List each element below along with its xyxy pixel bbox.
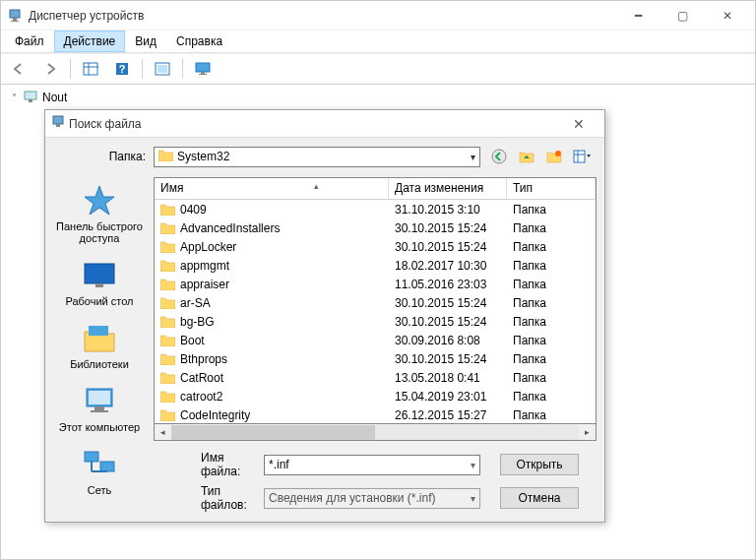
cancel-button[interactable]: Отмена — [500, 487, 579, 509]
sidebar-libraries[interactable]: Библиотеки — [45, 321, 154, 370]
network-icon — [82, 447, 117, 482]
close-button[interactable]: ✕ — [705, 2, 749, 30]
file-listview[interactable]: Имя▴ Дата изменения Тип 040931.10.2015 3… — [154, 177, 597, 424]
horizontal-scrollbar[interactable]: ◂ ▸ — [154, 424, 597, 441]
svg-rect-10 — [196, 63, 210, 72]
list-item[interactable]: appraiser11.05.2016 23:03Папка — [155, 275, 596, 293]
item-date: 26.12.2015 15:27 — [389, 408, 507, 422]
item-type: Папка — [507, 221, 596, 235]
item-name: Bthprops — [180, 352, 227, 366]
folder-combobox[interactable]: System32 ▾ — [154, 147, 480, 167]
svg-rect-27 — [94, 406, 104, 410]
list-item[interactable]: CatRoot13.05.2018 0:41Папка — [155, 368, 596, 387]
item-date: 30.10.2015 15:24 — [389, 240, 507, 254]
device-tree[interactable]: ˅ Nout — [1, 85, 755, 110]
scan-hardware-button[interactable] — [151, 57, 174, 81]
list-item[interactable]: catroot215.04.2019 23:01Папка — [155, 387, 596, 405]
dialog-close-button[interactable]: ✕ — [559, 112, 598, 136]
sidebar-label: Библиотеки — [70, 358, 129, 370]
folder-icon — [160, 278, 176, 291]
item-date: 15.04.2019 23:01 — [389, 390, 507, 404]
list-item[interactable]: AdvancedInstallers30.10.2015 15:24Папка — [155, 218, 596, 237]
tree-root-item[interactable]: ˅ Nout — [9, 89, 747, 106]
list-item[interactable]: appmgmt18.02.2017 10:30Папка — [155, 256, 596, 275]
folder-selector-row: Папка: System32 ▾ — [45, 138, 604, 173]
item-name: AppLocker — [180, 240, 236, 254]
item-name: 0409 — [180, 203, 207, 217]
view-menu-button[interactable] — [571, 146, 593, 167]
sidebar-label: Рабочий стол — [65, 295, 133, 307]
help-button[interactable]: ? — [110, 57, 134, 81]
item-type: Папка — [507, 371, 596, 385]
folder-icon — [160, 390, 176, 404]
filename-input[interactable]: *.inf ▾ — [264, 455, 480, 475]
forward-button[interactable] — [38, 57, 62, 81]
scroll-track[interactable] — [171, 425, 579, 440]
list-item[interactable]: Bthprops30.10.2015 15:24Папка — [155, 349, 596, 368]
menu-help[interactable]: Справка — [166, 31, 232, 52]
svg-rect-13 — [25, 92, 36, 99]
sidebar-desktop[interactable]: Рабочий стол — [45, 258, 154, 307]
list-item[interactable]: Boot30.09.2016 8:08Папка — [155, 331, 596, 349]
maximize-button[interactable]: ▢ — [661, 2, 705, 30]
folder-icon — [158, 149, 173, 164]
filename-label: Имя файла: — [165, 451, 254, 478]
scroll-thumb[interactable] — [171, 425, 375, 440]
new-folder-button[interactable] — [543, 146, 565, 167]
list-item[interactable]: AppLocker30.10.2015 15:24Папка — [155, 237, 596, 256]
libraries-icon — [82, 321, 117, 356]
dialog-titlebar: Поиск файла ✕ — [45, 110, 604, 138]
svg-rect-22 — [85, 264, 114, 283]
list-item[interactable]: CodeIntegrity26.12.2015 15:27Папка — [155, 405, 596, 423]
minimize-button[interactable]: ━ — [616, 2, 661, 30]
sidebar-label: Этот компьютер — [59, 421, 140, 433]
show-hidden-button[interactable] — [79, 57, 102, 81]
toolbar-separator — [70, 59, 71, 79]
svg-rect-0 — [10, 10, 20, 18]
expand-icon[interactable]: ˅ — [9, 93, 19, 103]
menu-view[interactable]: Вид — [125, 31, 166, 52]
svg-rect-26 — [89, 391, 110, 404]
menu-file[interactable]: Файл — [5, 31, 54, 52]
item-type: Папка — [507, 278, 596, 291]
open-button[interactable]: Открыть — [500, 454, 579, 475]
computer-icon — [23, 90, 38, 105]
column-date-header[interactable]: Дата изменения — [389, 178, 507, 199]
list-item[interactable]: 040931.10.2015 3:10Папка — [155, 200, 596, 218]
list-item[interactable]: ar-SA30.10.2015 15:24Папка — [155, 293, 596, 312]
scroll-left-button[interactable]: ◂ — [155, 425, 171, 440]
nav-up-button[interactable] — [516, 146, 537, 167]
back-button[interactable] — [7, 57, 31, 81]
device-manager-window: Диспетчер устройств ━ ▢ ✕ Файл Действие … — [0, 0, 756, 560]
item-name: ar-SA — [180, 296, 211, 310]
folder-icon — [160, 334, 176, 347]
svg-rect-9 — [158, 65, 167, 73]
scroll-right-button[interactable]: ▸ — [579, 425, 596, 440]
svg-rect-12 — [199, 74, 207, 75]
nav-back-button[interactable] — [488, 146, 510, 167]
item-name: bg-BG — [180, 315, 215, 329]
svg-rect-11 — [201, 72, 205, 74]
sort-ascending-icon: ▴ — [314, 181, 319, 191]
toolbar-separator — [142, 59, 143, 79]
svg-rect-2 — [11, 21, 19, 22]
svg-rect-30 — [100, 462, 114, 471]
menu-action[interactable]: Действие — [54, 31, 126, 52]
sidebar-quick-access[interactable]: Панель быстрого доступа — [45, 183, 154, 244]
item-date: 11.05.2016 23:03 — [389, 278, 507, 291]
list-item[interactable]: bg-BG30.10.2015 15:24Папка — [155, 312, 596, 331]
item-name: appmgmt — [180, 259, 229, 273]
filetype-combobox[interactable]: Сведения для установки (*.inf) ▾ — [264, 488, 480, 509]
sidebar-this-pc[interactable]: Этот компьютер — [45, 384, 154, 433]
item-type: Папка — [507, 259, 596, 273]
item-name: appraiser — [180, 278, 229, 291]
column-name-header[interactable]: Имя▴ — [155, 178, 389, 199]
column-type-header[interactable]: Тип — [507, 178, 596, 199]
main-menubar: Файл Действие Вид Справка — [1, 31, 755, 53]
sidebar-network[interactable]: Сеть — [45, 447, 154, 496]
monitor-button[interactable] — [191, 57, 215, 81]
svg-rect-23 — [95, 283, 103, 287]
item-date: 30.10.2015 15:24 — [389, 315, 507, 329]
listview-rows[interactable]: 040931.10.2015 3:10ПапкаAdvancedInstalle… — [155, 200, 596, 423]
dialog-bottom-panel: Имя файла: *.inf ▾ Открыть Тип файлов: С… — [154, 445, 604, 522]
